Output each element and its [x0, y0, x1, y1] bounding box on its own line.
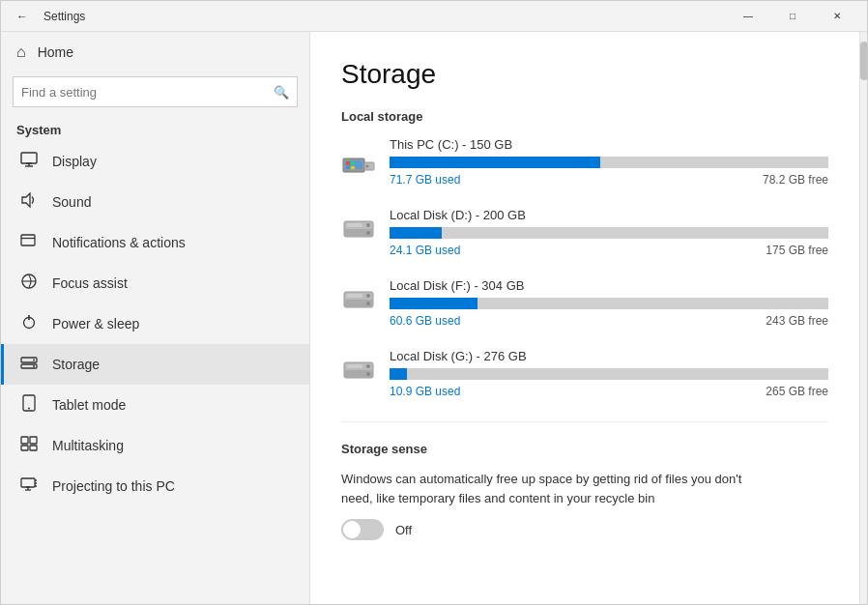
- sidebar-home-label: Home: [38, 44, 73, 60]
- storage-icon: [19, 354, 39, 375]
- disk-g-progress-fill: [390, 368, 407, 380]
- sidebar-item-storage-label: Storage: [52, 357, 100, 372]
- disk-g-stats: 10.9 GB used 265 GB free: [390, 385, 828, 398]
- disk-f-free: 243 GB free: [766, 314, 828, 328]
- disk-d-info: Local Disk (D:) - 200 GB 24.1 GB used 17…: [390, 208, 828, 257]
- disk-icon-f: [341, 282, 376, 317]
- disk-g-info: Local Disk (G:) - 276 GB 10.9 GB used 26…: [390, 349, 828, 398]
- svg-point-14: [33, 365, 35, 367]
- disk-d-used: 24.1 GB used: [390, 244, 460, 257]
- svg-point-13: [33, 360, 35, 361]
- disk-g-used: 10.9 GB used: [390, 385, 460, 398]
- disk-c-used: 71.7 GB used: [390, 173, 460, 187]
- svg-point-48: [366, 364, 370, 368]
- window-controls: — □ ✕: [726, 1, 859, 32]
- toggle-label: Off: [395, 523, 412, 537]
- storage-sense-desc: Windows can automatically free up space …: [341, 470, 747, 507]
- sidebar-item-power[interactable]: Power & sleep: [1, 303, 309, 344]
- svg-rect-20: [30, 446, 37, 450]
- sidebar-item-projecting[interactable]: Projecting to this PC: [1, 466, 309, 506]
- sidebar-item-storage[interactable]: Storage: [1, 344, 309, 385]
- disk-d-stats: 24.1 GB used 175 GB free: [390, 244, 828, 257]
- sidebar-item-home[interactable]: ⌂ Home: [1, 32, 309, 72]
- svg-rect-33: [351, 166, 355, 169]
- disk-icon-d: [341, 212, 376, 246]
- disk-c-name: This PC (C:) - 150 GB: [390, 137, 828, 152]
- multitasking-icon: [19, 435, 39, 456]
- disk-icon-system: [341, 141, 376, 176]
- tablet-icon: [19, 394, 39, 416]
- disk-item-d[interactable]: Local Disk (D:) - 200 GB 24.1 GB used 17…: [341, 208, 828, 257]
- disk-f-progress-fill: [390, 298, 477, 309]
- svg-point-40: [366, 231, 370, 235]
- svg-rect-0: [21, 153, 37, 163]
- sidebar: ⌂ Home 🔍 System Display Sound: [1, 32, 310, 604]
- storage-sense-toggle[interactable]: [341, 519, 384, 540]
- search-input[interactable]: [21, 85, 274, 100]
- sidebar-item-multitasking[interactable]: Multitasking: [1, 425, 309, 466]
- sidebar-item-sound[interactable]: Sound: [1, 182, 309, 222]
- disk-item-c[interactable]: This PC (C:) - 150 GB 71.7 GB used 78.2 …: [341, 137, 828, 187]
- storage-sense-section: Storage sense Windows can automatically …: [341, 421, 828, 540]
- sidebar-item-display[interactable]: Display: [1, 141, 309, 182]
- disk-item-f[interactable]: Local Disk (F:) - 304 GB 60.6 GB used 24…: [341, 278, 828, 328]
- disk-d-progress-bg: [390, 227, 828, 239]
- svg-rect-32: [346, 166, 350, 169]
- minimize-button[interactable]: —: [726, 1, 770, 32]
- disk-item-g[interactable]: Local Disk (G:) - 276 GB 10.9 GB used 26…: [341, 349, 828, 398]
- close-button[interactable]: ✕: [815, 1, 859, 32]
- svg-marker-4: [22, 193, 30, 207]
- svg-rect-21: [21, 478, 35, 487]
- disk-f-progress-bg: [390, 298, 828, 309]
- svg-rect-31: [351, 161, 355, 165]
- page-title: Storage: [341, 59, 828, 90]
- sidebar-item-projecting-label: Projecting to this PC: [52, 478, 175, 494]
- sidebar-item-focus-label: Focus assist: [52, 275, 128, 291]
- local-storage-title: Local storage: [341, 109, 828, 124]
- content-area: ⌂ Home 🔍 System Display Sound: [1, 32, 867, 604]
- sidebar-item-multitasking-label: Multitasking: [52, 438, 124, 453]
- search-icon: 🔍: [274, 85, 289, 100]
- svg-point-50: [366, 372, 370, 376]
- back-button[interactable]: ←: [9, 3, 36, 30]
- disk-d-free: 175 GB free: [766, 244, 828, 257]
- sidebar-item-tablet-label: Tablet mode: [52, 397, 126, 413]
- sidebar-item-tablet[interactable]: Tablet mode: [1, 385, 309, 425]
- scrollbar-thumb[interactable]: [860, 42, 867, 80]
- disk-f-used: 60.6 GB used: [390, 314, 460, 328]
- sound-icon: [19, 191, 39, 213]
- power-icon: [19, 313, 39, 334]
- sidebar-section-title: System: [1, 115, 309, 141]
- disk-d-name: Local Disk (D:) - 200 GB: [390, 208, 828, 222]
- toggle-knob: [343, 521, 361, 538]
- window-title: Settings: [43, 10, 85, 23]
- sidebar-item-power-label: Power & sleep: [52, 316, 139, 331]
- settings-window: ← Settings — □ ✕ ⌂ Home 🔍 System Di: [0, 0, 868, 605]
- svg-point-38: [366, 223, 370, 227]
- disk-f-info: Local Disk (F:) - 304 GB 60.6 GB used 24…: [390, 278, 828, 328]
- svg-point-43: [366, 294, 370, 298]
- scrollbar[interactable]: [859, 32, 867, 604]
- notifications-icon: [19, 232, 39, 253]
- sidebar-item-sound-label: Sound: [52, 194, 91, 210]
- titlebar: ← Settings — □ ✕: [1, 1, 867, 32]
- storage-sense-title: Storage sense: [341, 442, 828, 456]
- svg-rect-30: [346, 161, 350, 165]
- disk-f-stats: 60.6 GB used 243 GB free: [390, 314, 828, 328]
- disk-c-free: 78.2 GB free: [763, 173, 828, 187]
- svg-rect-18: [30, 437, 37, 444]
- maximize-button[interactable]: □: [770, 1, 815, 32]
- disk-g-name: Local Disk (G:) - 276 GB: [390, 349, 828, 363]
- svg-point-16: [28, 408, 30, 410]
- disk-d-progress-fill: [390, 227, 442, 239]
- search-box[interactable]: 🔍: [13, 76, 298, 107]
- disk-c-progress-fill: [390, 157, 600, 168]
- disk-icon-g: [341, 353, 376, 388]
- disk-c-info: This PC (C:) - 150 GB 71.7 GB used 78.2 …: [390, 137, 828, 187]
- svg-rect-17: [21, 437, 28, 444]
- disk-g-free: 265 GB free: [766, 385, 828, 398]
- sidebar-item-focus[interactable]: Focus assist: [1, 263, 309, 303]
- sidebar-item-notifications[interactable]: Notifications & actions: [1, 222, 309, 263]
- disk-c-stats: 71.7 GB used 78.2 GB free: [390, 173, 828, 187]
- svg-rect-39: [347, 223, 362, 227]
